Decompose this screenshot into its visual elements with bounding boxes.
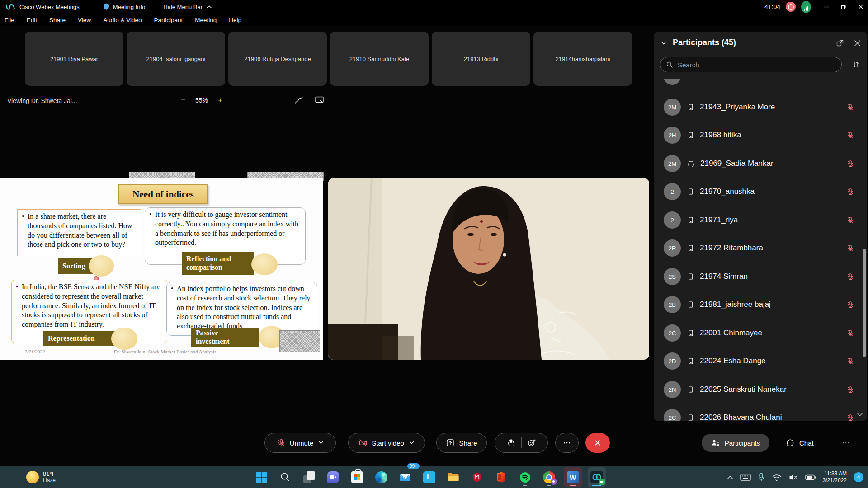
hide-menu-bar-button[interactable]: Hide Menu Bar xyxy=(163,4,212,10)
participant-row[interactable]: 2C 22026 Bhavana Chulani xyxy=(654,404,867,421)
zoom-level[interactable]: 55% xyxy=(195,97,208,104)
chrome-icon[interactable] xyxy=(540,467,558,487)
phone-icon xyxy=(687,103,694,111)
titlebar-right: 41:04 xyxy=(764,1,863,13)
menu-help[interactable]: Help xyxy=(229,17,241,23)
title-bar: Cisco Webex Meetings Meeting Info Hide M… xyxy=(0,0,868,14)
meeting-info-button[interactable]: Meeting Info xyxy=(103,3,146,10)
video-thumbnail[interactable]: 21914hanisharpalani xyxy=(533,32,632,86)
minimize-button[interactable] xyxy=(824,4,829,9)
mcafee-icon[interactable] xyxy=(468,467,486,487)
participant-row[interactable]: 2N 22025 Sanskruti Nanekar xyxy=(654,375,867,404)
more-options-button[interactable] xyxy=(555,433,579,453)
edge-browser-icon[interactable] xyxy=(372,467,390,487)
chevron-down-icon[interactable] xyxy=(409,441,415,445)
participant-row[interactable]: 2M 21943_Priyanka More xyxy=(654,93,867,121)
participants-panel-title: Participants (45) xyxy=(673,38,736,47)
slide-label-passive-investment: Passive investment xyxy=(191,328,259,347)
wifi-icon[interactable] xyxy=(772,474,782,481)
connection-quality-icon[interactable] xyxy=(801,1,811,13)
teams-chat-icon[interactable] xyxy=(324,467,342,487)
scroll-down-chevron-icon[interactable] xyxy=(856,412,863,418)
search-input[interactable] xyxy=(677,61,814,69)
menu-audio-video[interactable]: Audio & Video xyxy=(103,17,142,23)
chevron-down-icon[interactable] xyxy=(318,441,324,445)
close-panel-icon[interactable] xyxy=(854,40,861,47)
raise-hand-icon[interactable] xyxy=(501,438,521,447)
emoji-reactions-icon[interactable] xyxy=(522,438,542,447)
unmute-button[interactable]: Unmute xyxy=(264,433,336,453)
menu-participant[interactable]: Participant xyxy=(154,17,183,23)
recording-indicator-icon[interactable] xyxy=(786,2,796,12)
sort-participants-icon[interactable] xyxy=(852,61,860,69)
thumbnail-name: 21913 Riddhi xyxy=(464,56,499,62)
chat-label: Chat xyxy=(799,439,814,447)
share-button[interactable]: Share xyxy=(436,433,487,453)
participant-row[interactable]: 2 21971_riya xyxy=(654,206,867,234)
menu-meeting[interactable]: Meeting xyxy=(195,17,217,23)
phone-icon xyxy=(687,244,694,252)
hidden-icons-chevron[interactable] xyxy=(727,475,733,479)
menu-file[interactable]: File xyxy=(5,17,14,23)
video-thumbnail[interactable]: 21904_saloni_gangani xyxy=(127,32,225,86)
participant-row[interactable]: 2H 21968 hitika xyxy=(654,121,867,149)
leave-meeting-button[interactable] xyxy=(585,433,610,453)
video-thumbnail[interactable]: 21901 Riya Pawar xyxy=(25,32,123,86)
mail-unread-badge: 99+ xyxy=(407,463,420,469)
zoom-in-button[interactable]: + xyxy=(216,96,224,105)
popout-panel-icon[interactable] xyxy=(836,39,844,47)
taskbar-search-icon[interactable] xyxy=(276,467,294,487)
taskbar-clock[interactable]: 11:33 AM 3/21/2022 xyxy=(823,470,847,484)
file-explorer-icon[interactable] xyxy=(444,467,462,487)
menu-edit[interactable]: Edit xyxy=(27,17,37,23)
share-screen-icon xyxy=(446,438,455,447)
participant-row[interactable]: 2R 21972 Ritambhara xyxy=(654,234,867,262)
task-view-icon[interactable] xyxy=(300,467,318,487)
volume-muted-icon[interactable] xyxy=(788,474,798,481)
menu-view[interactable]: View xyxy=(78,17,91,23)
close-button[interactable] xyxy=(858,4,863,9)
notification-count-badge[interactable]: 4 xyxy=(854,472,863,482)
start-button[interactable] xyxy=(252,467,270,487)
presenter-video-tile[interactable] xyxy=(328,178,649,360)
word-icon[interactable]: W xyxy=(564,467,582,487)
tray-microphone-icon[interactable] xyxy=(758,473,765,482)
slide-title: Need of indices xyxy=(118,184,208,204)
office-icon[interactable] xyxy=(492,467,510,487)
phone-icon xyxy=(687,414,694,421)
participant-row[interactable]: 2M 21969_Sadia Mankar xyxy=(654,150,867,178)
spotify-icon[interactable] xyxy=(516,467,534,487)
weather-widget[interactable]: 81°F Haze xyxy=(26,471,56,484)
battery-icon[interactable] xyxy=(805,474,816,480)
l-app-icon[interactable]: L xyxy=(420,467,438,487)
video-thumbnail[interactable]: 21913 Riddhi xyxy=(432,32,530,86)
participants-toggle-button[interactable]: Participants xyxy=(702,434,769,452)
webex-taskbar-icon[interactable] xyxy=(588,467,606,487)
start-video-button[interactable]: Start video xyxy=(348,433,425,453)
panel-options-button[interactable] xyxy=(842,434,850,452)
share-screen-view-icon[interactable] xyxy=(315,96,325,105)
microsoft-store-icon[interactable] xyxy=(348,467,366,487)
video-thumbnail[interactable]: 21906 Rutuja Deshpande xyxy=(228,32,327,86)
mail-app-icon[interactable]: 99+ xyxy=(396,467,414,487)
app-title: Cisco Webex Meetings xyxy=(19,4,80,10)
touch-keyboard-icon[interactable] xyxy=(740,474,751,481)
restore-button[interactable] xyxy=(841,4,846,9)
participant-row[interactable]: 2 21970_anushka xyxy=(654,178,867,206)
participant-row[interactable]: 2S 21974 Simran xyxy=(654,263,867,291)
scrollbar[interactable] xyxy=(863,249,866,357)
participant-row[interactable]: 2C 22001 Chinmayee xyxy=(654,319,867,347)
participant-search[interactable] xyxy=(660,57,842,72)
menu-share[interactable]: Share xyxy=(49,17,66,23)
zoom-out-button[interactable]: − xyxy=(179,96,187,105)
mic-muted-icon xyxy=(846,413,854,421)
video-thumbnail[interactable]: 21910 Samruddhi Kale xyxy=(330,32,429,86)
phone-icon xyxy=(687,273,694,280)
participant-name: 22026 Bhavana Chulani xyxy=(700,413,782,421)
participant-row[interactable]: 2D 22024 Esha Dange xyxy=(654,347,867,375)
annotate-icon[interactable] xyxy=(294,96,304,105)
panel-collapse-chevron-icon[interactable] xyxy=(660,39,667,47)
phone-icon xyxy=(687,131,694,139)
chat-toggle-button[interactable]: Chat xyxy=(786,434,814,452)
participant-row[interactable]: 2B 21981_jaishree bajaj xyxy=(654,291,867,319)
